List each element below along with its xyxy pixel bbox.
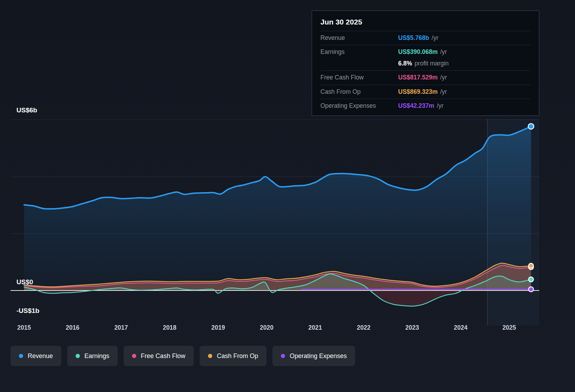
legend-dot-icon [132,354,136,358]
tooltip-row-label: Cash From Op [320,88,398,96]
x-axis-label-2023: 2023 [406,324,419,331]
tooltip-row-revenue: RevenueUS$5.768b/yr [320,31,531,45]
y-axis-label-top: US$6b [16,106,37,114]
tooltip-row-profit-margin: 6.8%profit margin [320,59,531,70]
legend-label: Earnings [84,352,109,360]
legend-label: Free Cash Flow [141,352,185,360]
tooltip-row-suffix: /yr [440,48,447,56]
legend-dot-icon [281,354,285,358]
tooltip-row-value: US$869.323m [398,88,438,96]
legend-item-operating-expenses[interactable]: Operating Expenses [272,346,355,366]
legend-item-cash-from-op[interactable]: Cash From Op [200,346,266,366]
legend-label: Cash From Op [217,352,258,360]
legend-item-revenue[interactable]: Revenue [11,346,61,366]
x-axis-label-2022: 2022 [357,324,370,331]
tooltip-row-label: Revenue [320,34,398,42]
tooltip-row-label: Operating Expenses [320,102,398,110]
tooltip-row-value: US$42.237m [398,102,434,110]
x-axis-label-2018: 2018 [163,324,176,331]
tooltip-row-value: US$5.768b [398,34,429,42]
tooltip-row-cash-from-op: Cash From OpUS$869.323m/yr [320,85,531,99]
tooltip-row-suffix: /yr [440,88,447,96]
x-axis-label-2016: 2016 [66,324,79,331]
tooltip-rows: RevenueUS$5.768b/yrEarningsUS$390.068m/y… [320,31,531,113]
legend-dot-icon [208,354,212,358]
x-axis-label-2025: 2025 [503,324,516,331]
chart-plot[interactable] [11,119,539,326]
x-axis-label-2019: 2019 [211,324,225,331]
tooltip-row-suffix: /yr [432,34,438,42]
tooltip-row-earnings: EarningsUS$390.068m/yr [320,45,531,59]
x-axis-label-2021: 2021 [309,324,322,331]
x-axis-label-2015: 2015 [17,324,31,331]
legend-item-earnings[interactable]: Earnings [67,346,118,366]
tooltip-row-free-cash-flow: Free Cash FlowUS$817.529m/yr [320,70,531,84]
x-axis-label-2017: 2017 [114,324,128,331]
x-axis-label-2024: 2024 [454,324,467,331]
legend-dot-icon [76,354,80,358]
tooltip-row-value: 6.8% [398,59,412,68]
legend-dot-icon [19,354,23,358]
tooltip-row-label: Earnings [320,48,398,56]
tooltip-row-operating-expenses: Operating ExpensesUS$42.237m/yr [320,99,531,113]
legend-item-free-cash-flow[interactable]: Free Cash Flow [124,346,194,366]
x-axis: 2015201620172018201920202021202220232024… [11,324,539,335]
tooltip-date: Jun 30 2025 [320,16,531,31]
app-root: Jun 30 2025 RevenueUS$5.768b/yrEarningsU… [0,0,575,392]
tooltip-row-label: Free Cash Flow [320,73,398,82]
legend-label: Operating Expenses [290,352,347,360]
tooltip-row-suffix: /yr [440,73,447,82]
tooltip-row-suffix: /yr [437,102,443,110]
tooltip-row-value: US$817.529m [398,73,438,82]
chart-tooltip: Jun 30 2025 RevenueUS$5.768b/yrEarningsU… [312,10,539,116]
chart-legend: RevenueEarningsFree Cash FlowCash From O… [11,346,355,366]
tooltip-row-suffix: profit margin [415,59,449,68]
legend-label: Revenue [28,352,53,360]
x-axis-label-2020: 2020 [260,324,273,331]
tooltip-row-value: US$390.068m [398,48,438,56]
